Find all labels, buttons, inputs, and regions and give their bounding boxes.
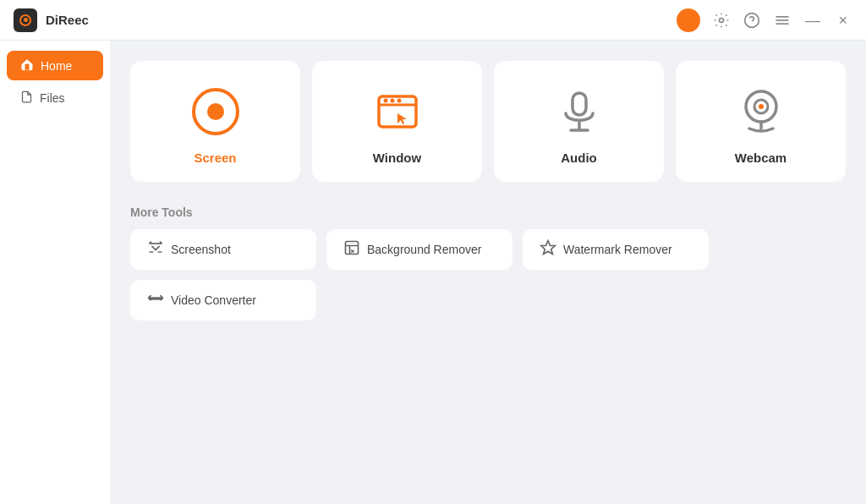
title-bar-right: — ✕ [677, 8, 852, 32]
svg-point-12 [390, 99, 394, 103]
app-name: DiReec [46, 13, 89, 27]
sidebar-files-label: Files [40, 91, 65, 105]
svg-point-8 [207, 103, 224, 120]
svg-point-2 [720, 18, 724, 22]
menu-icon[interactable] [773, 11, 792, 30]
background-remover-label: Background Remover [367, 243, 481, 256]
mode-card-webcam[interactable]: Webcam [676, 61, 846, 182]
home-icon [20, 58, 34, 74]
mode-card-window[interactable]: Window [312, 61, 482, 182]
tool-buttons: Screenshot Background Remover [130, 229, 846, 320]
sidebar-item-files[interactable]: Files [7, 84, 103, 112]
tool-background-remover[interactable]: Background Remover [326, 229, 512, 270]
more-tools-section: More Tools Screenshot [130, 205, 846, 320]
title-bar-left: DiReec [14, 8, 89, 32]
more-tools-title: More Tools [130, 205, 846, 219]
screenshot-label: Screenshot [171, 243, 231, 256]
audio-icon [552, 85, 606, 139]
video-converter-label: Video Converter [171, 293, 256, 307]
webcam-label: Webcam [735, 151, 787, 165]
files-icon [20, 90, 33, 106]
app-logo [14, 8, 37, 32]
main-content: Screen Window [110, 41, 866, 504]
svg-point-13 [397, 99, 401, 103]
screen-label: Screen [194, 151, 236, 165]
window-icon [370, 85, 425, 139]
screen-icon [189, 85, 243, 139]
app-logo-ring [19, 14, 31, 26]
audio-label: Audio [561, 151, 597, 165]
watermark-remover-label: Watermark Remover [563, 243, 672, 256]
tool-video-converter[interactable]: Video Converter [130, 280, 316, 320]
mode-cards: Screen Window [130, 61, 846, 182]
minimize-button[interactable]: — [803, 11, 822, 30]
help-icon[interactable] [743, 11, 761, 30]
video-converter-icon [147, 290, 164, 310]
screenshot-icon [147, 239, 164, 260]
settings-icon[interactable] [712, 11, 731, 30]
mode-card-screen[interactable]: Screen [130, 61, 300, 182]
mode-card-audio[interactable]: Audio [494, 61, 664, 182]
svg-point-1 [687, 16, 691, 20]
sidebar-home-label: Home [41, 59, 72, 73]
tool-watermark-remover[interactable]: Watermark Remover [523, 229, 709, 270]
svg-point-19 [759, 104, 764, 109]
svg-marker-27 [541, 241, 556, 255]
app-logo-dot [24, 18, 28, 22]
svg-point-11 [383, 99, 387, 103]
title-bar: DiReec [0, 0, 866, 41]
watermark-remover-icon [540, 239, 556, 260]
main-layout: Home Files Screen [0, 41, 866, 504]
window-label: Window [373, 151, 421, 165]
sidebar: Home Files [0, 41, 110, 504]
webcam-icon [734, 85, 788, 139]
background-remover-icon [343, 239, 360, 260]
close-button[interactable]: ✕ [834, 11, 852, 30]
tool-screenshot[interactable]: Screenshot [130, 229, 316, 270]
sidebar-item-home[interactable]: Home [7, 51, 103, 80]
profile-icon[interactable] [677, 8, 700, 32]
svg-rect-14 [573, 93, 586, 115]
